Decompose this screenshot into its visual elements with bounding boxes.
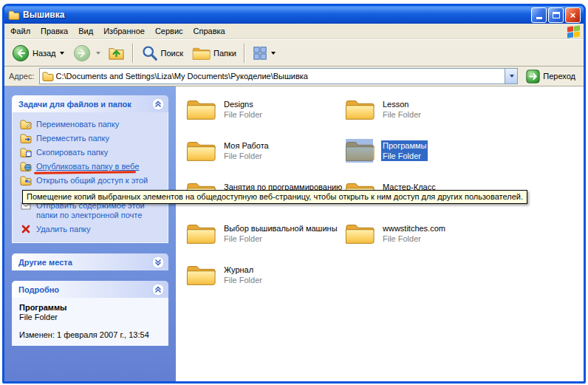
folders-label: Папки xyxy=(213,49,236,58)
move-folder-icon xyxy=(20,133,32,143)
views-button[interactable] xyxy=(248,43,280,64)
file-item-vybor-mashiny[interactable]: Выбор вышивальной машиныFile Folder xyxy=(186,221,345,262)
go-button[interactable]: Переход xyxy=(522,68,579,85)
toolbar-separator xyxy=(132,44,134,63)
menu-bar: Файл Правка Вид Избранное Сервис Справка xyxy=(4,24,584,39)
file-list-area[interactable]: DesignsFile Folder LessonFile Folder Моя… xyxy=(176,86,584,381)
task-rename-folder[interactable]: Переименовать папку xyxy=(19,117,164,132)
title-bar[interactable]: Вышивка × xyxy=(4,6,584,24)
views-icon xyxy=(253,46,267,61)
task-publish-folder-web[interactable]: Опубликовать папку в вебе xyxy=(19,160,164,174)
back-button[interactable]: Назад xyxy=(7,41,69,65)
other-places-title: Другие места xyxy=(18,258,72,267)
file-name: Lesson xyxy=(381,99,423,109)
file-item-moya-rabota[interactable]: Моя РаботаFile Folder xyxy=(186,138,345,180)
folder-icon[interactable] xyxy=(345,221,375,245)
task-label: Переименовать папку xyxy=(36,120,119,129)
folder-icon[interactable] xyxy=(186,97,216,121)
up-button[interactable] xyxy=(103,41,129,64)
file-type: File Folder xyxy=(381,151,428,161)
back-label: Назад xyxy=(33,49,56,58)
address-label: Адрес: xyxy=(9,72,35,81)
folders-icon xyxy=(192,46,211,61)
file-type: File Folder xyxy=(222,151,270,161)
panel-other-places: Другие места xyxy=(12,253,168,270)
menu-item-edit[interactable]: Правка xyxy=(35,24,73,38)
forward-dropdown-icon[interactable] xyxy=(96,52,100,55)
search-icon xyxy=(141,44,158,61)
minimize-icon xyxy=(536,17,542,19)
folders-button[interactable]: Папки xyxy=(188,43,241,64)
window-folder-icon xyxy=(8,10,20,20)
folder-icon[interactable] xyxy=(186,262,216,287)
task-label: Открыть общий доступ к этой xyxy=(36,176,148,185)
task-move-folder[interactable]: Переместить папку xyxy=(19,132,164,146)
file-type: File Folder xyxy=(222,275,264,285)
menu-item-file[interactable]: Файл xyxy=(5,24,35,38)
file-type: File Folder xyxy=(222,109,264,120)
folder-icon[interactable] xyxy=(186,138,216,163)
menu-item-view[interactable]: Вид xyxy=(73,24,98,38)
maximize-button[interactable] xyxy=(548,7,564,23)
menu-item-tools[interactable]: Сервис xyxy=(150,24,188,38)
other-places-header[interactable]: Другие места xyxy=(12,253,168,270)
task-label: Опубликовать папку в вебе xyxy=(36,162,139,171)
file-item-lesson[interactable]: LessonFile Folder xyxy=(345,97,504,138)
chevron-down-icon[interactable] xyxy=(151,256,165,269)
folder-up-icon xyxy=(108,44,125,61)
minimize-button[interactable] xyxy=(531,7,547,23)
file-item-programmy-selected[interactable]: ПрограммыFile Folder xyxy=(345,138,504,180)
window-title: Вышивка xyxy=(23,10,530,20)
menu-item-help[interactable]: Справка xyxy=(188,24,230,38)
forward-button[interactable] xyxy=(69,41,95,65)
file-name: wwwstitches.com xyxy=(381,223,447,234)
toolbar: Назад Поиск Папки xyxy=(4,39,584,67)
folder-icon[interactable] xyxy=(345,138,375,163)
file-name: Программы xyxy=(381,140,428,151)
file-tasks-header[interactable]: Задачи для файлов и папок xyxy=(12,95,168,112)
task-delete-folder[interactable]: Удалить папку xyxy=(19,222,164,236)
menu-item-favorites[interactable]: Избранное xyxy=(98,24,150,38)
file-name: Выбор вышивальной машины xyxy=(222,223,339,234)
panel-details: Подробно Программы File Folder Изменен: … xyxy=(12,281,168,346)
file-type: File Folder xyxy=(222,234,339,244)
folder-icon[interactable] xyxy=(345,97,375,121)
task-copy-folder[interactable]: Скопировать папку xyxy=(19,146,164,160)
details-item-name: Программы xyxy=(19,303,164,312)
file-item-designs[interactable]: DesignsFile Folder xyxy=(186,97,345,138)
file-item-wwwstitches[interactable]: wwwstitches.comFile Folder xyxy=(345,221,504,262)
file-tasks-title: Задачи для файлов и папок xyxy=(18,100,131,109)
address-folder-icon xyxy=(42,71,54,81)
address-input[interactable] xyxy=(54,72,505,81)
task-pane: Задачи для файлов и папок Переименовать … xyxy=(4,86,176,381)
search-button[interactable]: Поиск xyxy=(137,41,188,64)
share-folder-icon xyxy=(20,175,32,185)
file-name: Designs xyxy=(222,99,264,109)
details-item-modified: Изменен: 1 февраля 2007 г., 13:54 xyxy=(19,330,164,339)
details-title: Подробно xyxy=(18,285,59,294)
windows-logo-icon xyxy=(567,25,581,38)
file-item-zhurnal[interactable]: ЖурналFile Folder xyxy=(186,262,345,304)
details-body: Программы File Folder Изменен: 1 февраля… xyxy=(12,298,168,346)
file-name: Моя Работа xyxy=(222,140,270,151)
address-dropdown-button[interactable] xyxy=(505,69,517,84)
main-area: Задачи для файлов и папок Переименовать … xyxy=(4,86,584,381)
file-type: File Folder xyxy=(381,234,447,244)
address-combo[interactable] xyxy=(39,68,519,84)
forward-icon xyxy=(73,44,91,62)
rename-folder-icon xyxy=(20,119,32,129)
tooltip: Помещение копий выбранных элементов на о… xyxy=(22,190,527,204)
task-label: Удалить папку xyxy=(36,225,91,234)
back-dropdown-icon[interactable] xyxy=(60,52,64,55)
folder-icon[interactable] xyxy=(186,221,216,245)
panel-file-tasks: Задачи для файлов и папок Переименовать … xyxy=(12,95,168,243)
toolbar-separator xyxy=(244,44,245,63)
chevron-up-icon[interactable] xyxy=(151,98,165,111)
chevron-up-icon[interactable] xyxy=(151,283,165,296)
views-dropdown-icon[interactable] xyxy=(271,52,276,55)
close-button[interactable]: × xyxy=(565,7,581,23)
search-label: Поиск xyxy=(161,49,183,58)
copy-folder-icon xyxy=(20,147,32,157)
file-name: Журнал xyxy=(222,265,264,275)
details-header[interactable]: Подробно xyxy=(12,281,168,298)
